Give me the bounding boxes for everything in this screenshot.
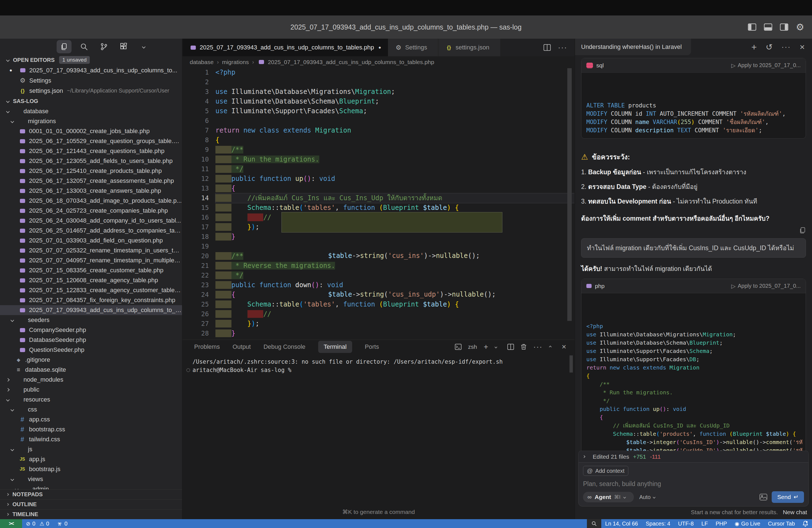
tree-row[interactable]: 2025_06_17_133003_create_answers_table.p… (0, 186, 182, 196)
add-context-button[interactable]: @ Add context (583, 466, 628, 476)
open-editor-item[interactable]: ⚙ Settings (0, 75, 182, 86)
extensions-icon[interactable] (116, 40, 131, 53)
tree-row[interactable]: database (0, 106, 182, 116)
close-panel-icon[interactable]: × (562, 342, 566, 351)
tree-row[interactable]: js (0, 444, 182, 454)
eol-sequence[interactable]: LF (698, 519, 712, 528)
terminal-output[interactable]: /Users/aritach/.zshrc:source:3: no such … (183, 354, 575, 374)
code-line[interactable]: 27 }); (183, 319, 575, 328)
tree-row[interactable]: 2025_06_17_123055_add_fields_to_users_ta… (0, 156, 182, 166)
code-line[interactable]: 6 (183, 116, 575, 126)
tree-row[interactable]: public (0, 385, 182, 395)
tree-row[interactable]: ≡ database.sqlite (0, 365, 182, 375)
code-line[interactable]: 8 { (183, 135, 575, 145)
code-line[interactable]: 7 return new class extends Migration (183, 126, 575, 135)
toggle-right-panel-icon[interactable] (780, 24, 788, 31)
tree-row[interactable]: 2025_07_15_122833_create_agency_customer… (0, 285, 182, 295)
panel-tab[interactable]: Output (233, 343, 251, 350)
search-icon[interactable] (76, 40, 91, 53)
problems-status[interactable]: ⊘0 ⚠0 (22, 519, 53, 528)
sidebar-section-header[interactable]: NOTEPADS (0, 489, 182, 499)
remote-indicator[interactable]: >< (0, 519, 22, 528)
open-editor-item[interactable]: ● 2025_07_17_093943_add_cus_ins_udp_colu… (0, 65, 182, 75)
terminal-dropdown-icon[interactable] (494, 346, 497, 348)
code-line[interactable]: 2 (183, 77, 575, 87)
tree-row[interactable]: 2025_06_17_132057_create_assessments_tab… (0, 176, 182, 186)
tree-row[interactable]: 2025_06_17_121443_create_questions_table… (0, 146, 182, 156)
tree-row[interactable]: # app.css (0, 414, 182, 424)
toggle-bottom-panel-icon[interactable] (764, 24, 772, 31)
sidebar-section-header[interactable]: TIMELINE (0, 509, 182, 519)
go-live[interactable]: ◉Go Live (731, 519, 764, 528)
settings-gear-icon[interactable]: ⚙ (796, 21, 804, 33)
split-terminal-icon[interactable] (507, 344, 514, 350)
user-message[interactable]: ทำในไฟล์ migration เดียวกับที่ใช้เพิ่ม C… (581, 238, 806, 258)
panel-tab[interactable]: Debug Console (263, 343, 305, 350)
tree-row[interactable]: 2025_06_18_070343_add_image_to_products_… (0, 196, 182, 206)
attach-image-icon[interactable] (759, 494, 767, 500)
indentation[interactable]: Spaces: 4 (642, 519, 674, 528)
code-line[interactable]: 11 */ (183, 164, 575, 174)
editor-tab[interactable]: ⚙ Settings (388, 39, 439, 56)
breadcrumb-file[interactable]: 2025_07_17_093943_add_cus_ins_udp_column… (268, 59, 434, 65)
split-editor-icon[interactable] (543, 44, 551, 51)
shell-name[interactable]: zsh (468, 343, 477, 350)
cursor-tab-status[interactable]: Cursor Tab (764, 519, 799, 528)
ai-inline-suggestion[interactable]: $table->string('cus_ins')->nullable(); $… (281, 212, 503, 233)
tree-row[interactable]: # bootstrap.css (0, 424, 182, 435)
open-editors-header[interactable]: OPEN EDITORS 1 unsaved (0, 55, 182, 65)
panel-tab[interactable]: Problems (194, 343, 220, 350)
more-actions-icon[interactable]: ··· (781, 43, 791, 52)
tree-row[interactable]: QuestionSeeder.php (0, 345, 182, 355)
kill-terminal-icon[interactable] (521, 343, 527, 350)
tree-row[interactable]: # tailwind.css (0, 435, 182, 444)
tree-row[interactable]: 2025_07_17_093943_add_cus_ins_udp_column… (0, 305, 182, 315)
sidebar-section-header[interactable]: OUTLINE (0, 499, 182, 509)
code-line[interactable]: 10 * Run the migrations. (183, 155, 575, 164)
tree-row[interactable]: views (0, 474, 182, 484)
tree-row[interactable]: 2025_07_15_120608_create_agency_table.ph… (0, 275, 182, 285)
tree-row[interactable]: resources (0, 395, 182, 405)
source-control-icon[interactable] (97, 40, 111, 53)
encoding[interactable]: UTF-8 (674, 519, 698, 528)
chat-messages[interactable]: sql ▷Apply to 2025_07_17_0... ALTER TABL… (575, 55, 812, 451)
tree-row[interactable]: ◆ .gitignore (0, 355, 182, 365)
tree-row[interactable]: seeders (0, 315, 182, 325)
more-actions-icon[interactable]: ··· (558, 43, 567, 52)
language-mode[interactable]: PHP (712, 519, 731, 528)
code-line[interactable]: 12 public function up(): void (183, 174, 575, 184)
code-line[interactable]: 13 { (183, 184, 575, 193)
breadcrumb[interactable]: database › migrations › 2025_07_17_09394… (183, 56, 575, 68)
copy-icon[interactable] (799, 227, 806, 234)
tree-row[interactable]: 2025_07_07_040957_rename_timestamp_in_mu… (0, 255, 182, 265)
tree-row[interactable]: 2025_07_01_033903_add_field_on_question.… (0, 236, 182, 246)
code-line[interactable]: 5 use Illuminate\Support\Facades\Schema; (183, 106, 575, 116)
panel-tab[interactable]: Ports (365, 343, 379, 350)
editor-tab[interactable]: {} settings.json (438, 39, 501, 56)
tree-row[interactable]: 2025_07_07_025322_rename_timestamp_in_us… (0, 246, 182, 255)
project-section-header[interactable]: SAS-LOG (0, 96, 182, 106)
tree-row[interactable]: 2025_06_17_125410_create_products_table.… (0, 166, 182, 176)
chat-input[interactable]: @ Add context Plan, search, build anythi… (578, 462, 809, 507)
tree-row[interactable]: 2025_06_25_014657_add_address_to_compani… (0, 225, 182, 236)
terminal-scrollbar[interactable] (569, 355, 573, 372)
send-button[interactable]: Send↵ (772, 491, 804, 503)
code-line[interactable]: 1 <?php (183, 68, 575, 77)
tree-row[interactable]: node_modules (0, 375, 182, 385)
more-actions-icon[interactable]: ··· (533, 342, 543, 351)
editor-scrollbar[interactable] (567, 68, 572, 321)
close-panel-icon[interactable]: × (800, 42, 805, 52)
tree-row[interactable]: 0001_01_01_000002_create_jobs_table.php (0, 126, 182, 136)
explorer-icon[interactable] (57, 40, 72, 53)
apply-button[interactable]: ▷Apply to 2025_07_17_0... (731, 62, 801, 69)
code-line[interactable]: 9 /** (183, 145, 575, 155)
editor-tab[interactable]: 2025_07_17_093943_add_cus_ins_udp_column… (183, 39, 388, 56)
tree-row[interactable]: 2025_06_24_025723_create_companies_table… (0, 206, 182, 216)
edited-files-bar[interactable]: Edited 21 files +751 -111 (578, 451, 809, 462)
tree-row[interactable]: 2025_06_24_030048_add_company_id_to_user… (0, 216, 182, 225)
code-line[interactable]: 14 //เพิ่มคอลัมภ์ Cus_Ins และ Cus_Ins_Ud… (183, 193, 575, 203)
chevron-down-icon[interactable] (136, 40, 151, 53)
panel-tab[interactable]: Terminal (318, 341, 352, 353)
breadcrumb-folder[interactable]: migrations (222, 59, 249, 65)
chat-tab[interactable]: Understanding whereHas() in Laravel (575, 39, 691, 55)
